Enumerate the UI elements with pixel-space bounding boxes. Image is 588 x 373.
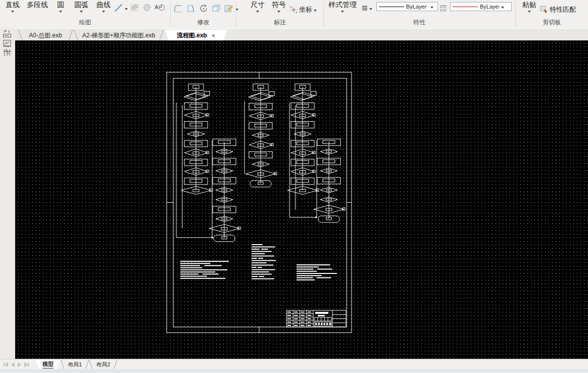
cad-rect [252,262,267,263]
cad-rect [180,273,199,274]
paste-button[interactable]: 粘贴 [521,1,538,13]
chevron-down-icon [430,7,433,9]
cad-rect [301,315,305,316]
cad-rect [297,269,313,270]
cad-rect [180,278,225,279]
circle-button[interactable]: 圆 [53,1,69,13]
linetype-value: ByLayer [406,4,428,10]
cad-rect [203,273,219,274]
modify-group-label: 修改 [171,18,236,27]
chevron-down-icon [314,10,317,12]
text-region-button[interactable]: A [154,2,166,13]
cad-rect [294,321,298,322]
last-sheet-button[interactable] [24,362,29,367]
cad-rect [324,323,326,325]
cad-rect [180,269,227,270]
cad-rect [301,321,305,322]
sheet-tab-layout1[interactable]: 布局1 [61,360,89,369]
cad-rect [308,325,311,326]
drawing-canvas[interactable] [15,40,588,359]
fillet-button[interactable] [173,3,184,14]
cad-rect [317,277,331,278]
file-tab-a2[interactable]: A2-梯形图+顺序功能图.exb [74,30,164,41]
polyline-button[interactable]: 多段线 [23,1,52,9]
image-frame-tool-icon[interactable] [2,39,13,48]
hamburger-icon [361,5,368,11]
cad-rect [297,275,322,276]
ribbon-group-clipboard: 粘贴 特性匹配 剪切板 [516,0,588,28]
file-tab-flowchart-active[interactable]: 流程图.exb × [165,30,227,41]
cad-rect [329,323,331,325]
text-pie-icon: A [154,2,166,13]
cad-rect [287,325,291,326]
layer-list-button[interactable] [361,5,372,11]
next-sheet-button[interactable] [17,362,22,367]
symbol-button-label: 符号 [272,1,286,9]
mirror-button[interactable] [211,3,223,14]
chevron-down-icon [277,11,280,13]
hatch-button[interactable] [130,3,140,13]
cad-rect [252,249,260,250]
cad-rect [261,249,268,250]
prev-arrow-icon [11,362,15,367]
arc-button-label: 圆弧 [74,1,88,9]
rotate-button[interactable] [198,3,209,14]
chevron-down-icon [369,8,372,10]
cad-rect [297,266,319,267]
cad-rect [326,323,328,325]
text-annotation-tool-icon[interactable]: T [2,29,13,38]
cad-rect [297,279,315,281]
trapezoid-icon [185,3,197,14]
cad-rect [321,323,323,325]
document-tab-bar: A0-总图.exb A2-梯形图+顺序功能图.exb 流程图.exb × [15,28,588,41]
tab-edge [74,30,78,41]
cad-rect [301,318,305,319]
cad-application-window: 直线 多段线 圆 圆弧 曲线 [0,0,588,373]
cad-rect [294,325,298,326]
cad-rect [315,323,317,325]
style-manager-button[interactable]: 样式管理 [327,1,358,13]
arc-button[interactable]: 圆弧 [71,1,92,13]
linestyle-list-button[interactable] [439,5,448,12]
cad-rect [259,276,265,277]
cad-rect [315,312,328,314]
chevron-down-icon [59,11,62,13]
grid-fence-tool-icon[interactable] [2,49,13,57]
match-properties-button[interactable]: 特性匹配 [540,5,576,14]
curve-button[interactable]: 曲线 [93,1,114,13]
symbol-button[interactable]: 符号 [270,1,288,13]
dimension-button[interactable]: 尺寸 [249,1,267,13]
cad-rect [180,267,202,268]
line-button[interactable]: 直线 [3,1,22,13]
properties-group-label: 特性 [324,18,515,27]
coordinate-button[interactable]: 坐标 [290,5,317,14]
style-manager-label: 样式管理 [328,1,357,9]
next-arrow-icon [17,362,22,367]
section-button[interactable] [142,3,152,13]
sheet-tab-model[interactable]: 模型 [35,360,61,369]
ribbon-group-annotate: 尺寸 符号 坐标 标注 [236,0,323,28]
gear-icon [142,3,152,13]
linetype-combobox[interactable]: ByLayer [376,2,438,11]
cad-rect [252,274,272,275]
cad-rect [167,72,352,333]
first-sheet-button[interactable] [3,362,9,367]
linecolor-combobox[interactable]: ByLayer [450,2,512,11]
ribbon-group-draw: 直线 多段线 圆 圆弧 曲线 [0,0,170,28]
sketch-line-button[interactable] [114,3,128,13]
chamfer-button[interactable] [185,3,197,14]
cad-rect [252,253,265,254]
close-icon[interactable]: × [212,32,216,39]
chevron-down-icon [528,11,531,13]
annotate-group-label: 标注 [236,18,323,27]
cad-rect [287,312,291,313]
status-strip [0,369,588,373]
ribbon-group-modify: 修改 [171,0,236,28]
diagonal-line-icon [114,3,124,13]
prev-sheet-button[interactable] [11,362,15,367]
drawing-viewport[interactable] [15,40,588,359]
sheet-tab-layout2[interactable]: 布局2 [89,360,117,369]
tab-edge [85,360,89,369]
polyline-button-label: 多段线 [27,1,48,9]
file-tab-a0[interactable]: A0-总图.exb [18,30,73,41]
